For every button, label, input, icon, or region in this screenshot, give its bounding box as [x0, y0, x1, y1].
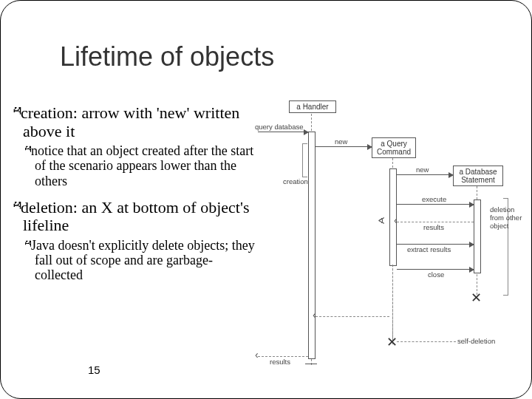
bullet-deletion-sub: ཕJava doesn't explicitly delete objects;…: [24, 238, 256, 282]
return-results-1: [397, 222, 474, 222]
bullet-icon: ཕ: [24, 143, 31, 158]
bullet-creation-text: creation: arrow with 'new' written above…: [21, 103, 239, 140]
x-self-deletion: ✕: [386, 334, 398, 350]
object-handler: a Handler: [289, 100, 336, 113]
annotation-deletion-other: deletion from other object: [490, 205, 522, 230]
slide-frame: Lifetime of objects ཕcreation: arrow wit…: [0, 0, 532, 399]
brace-creation: [302, 143, 307, 177]
bullet-creation-sub-text: notice that an object created after the …: [31, 143, 253, 188]
activation-dbstmt: [474, 200, 481, 273]
angle-icon: ∢: [378, 216, 385, 226]
message-new-dbstmt: [397, 174, 453, 175]
annotation-self-deletion: self-deletion: [457, 337, 495, 345]
bullet-icon: ཕ: [13, 103, 21, 122]
annotation-creation: creation: [283, 177, 308, 185]
message-extract-results: [397, 244, 474, 245]
label-close: close: [428, 270, 444, 279]
return-results-final: [258, 356, 308, 357]
bullet-icon: ཕ: [24, 238, 31, 253]
bullet-icon: ཕ: [13, 198, 21, 216]
activation-handler: [308, 132, 316, 359]
bullet-list: ཕcreation: arrow with 'new' written abov…: [13, 104, 256, 293]
x-deletion-dbstmt: ✕: [471, 290, 482, 306]
bullet-deletion: ཕdeletion: an X at bottom of object's li…: [13, 199, 256, 235]
label-new-1: new: [335, 137, 347, 146]
message-new-querycmd: [316, 146, 372, 147]
lifeline-querycmd-tail: [392, 265, 393, 338]
label-new-2: new: [416, 166, 429, 174]
label-results-2: results: [270, 358, 290, 366]
bullet-creation: ཕcreation: arrow with 'new' written abov…: [13, 104, 256, 140]
object-query-command: a Query Command: [372, 137, 416, 158]
lifeline-end-tick: [305, 364, 317, 364]
label-execute: execute: [422, 195, 446, 203]
return-results-2: [316, 316, 389, 317]
bullet-creation-sub: ཕnotice that an object created after the…: [24, 143, 256, 188]
label-results-1: results: [423, 223, 444, 231]
annotation-line-self-deletion: [397, 341, 456, 342]
bullet-deletion-text: deletion: an X at bottom of object's lif…: [21, 198, 249, 235]
label-extract-results: extract results: [407, 245, 451, 253]
slide-title: Lifetime of objects: [60, 41, 274, 72]
sequence-diagram: a Handler query database new a Query Com…: [259, 100, 525, 374]
object-database-statement: a Database Statement: [453, 166, 503, 186]
message-execute: [397, 204, 474, 205]
bullet-deletion-sub-text: Java doesn't explicitly delete objects; …: [31, 238, 255, 282]
message-query-database: [258, 132, 308, 132]
page-number: 15: [88, 364, 100, 376]
label-query-database: query database: [255, 123, 304, 131]
message-close: [397, 269, 474, 270]
